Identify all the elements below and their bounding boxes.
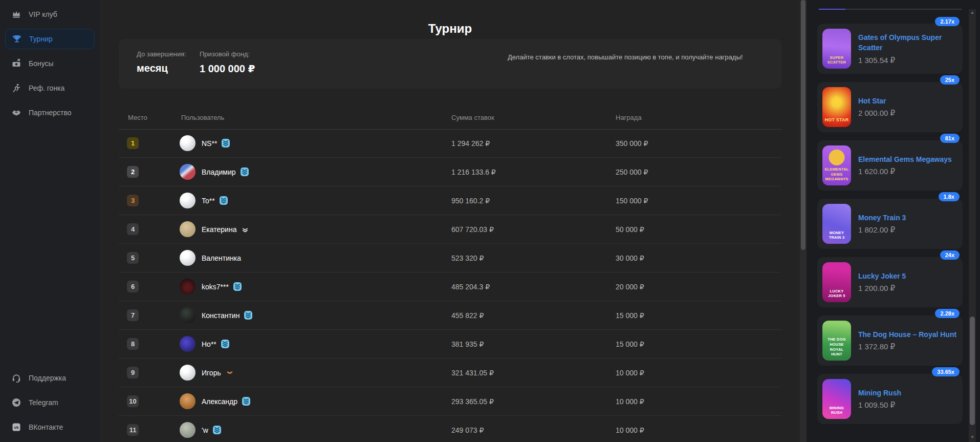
sidebar-item-label: Поддержка — [29, 374, 66, 382]
reward-value: 15 000 ₽ — [616, 311, 644, 320]
multiplier-badge: 25x — [940, 75, 960, 85]
table-row: 5 Валентинка 523 320 ₽ 30 000 ₽ — [119, 244, 781, 272]
avatar — [180, 250, 195, 266]
username: Валентинка — [202, 254, 241, 262]
game-thumbnail-label: Hot Star — [822, 117, 851, 123]
game-name[interactable]: Hot Star — [858, 96, 960, 106]
game-name[interactable]: Money Train 3 — [858, 213, 960, 223]
game-win-card[interactable]: 24x Lucky Joker 5 Lucky Joker 5 1 200.00… — [817, 257, 963, 307]
bets-sum: 607 720.03 ₽ — [451, 225, 494, 234]
game-thumbnail-label: Lucky Joker 5 — [822, 289, 851, 299]
reward-value: 10 000 ₽ — [616, 426, 644, 434]
sidebar-item-vkontakte[interactable]: vk ВКонтакте — [5, 417, 95, 437]
sidebar-item-label: ВКонтакте — [29, 423, 63, 431]
table-row: 9 Игорь 321 431.05 ₽ 10 000 ₽ — [119, 359, 781, 387]
main-scrollbar[interactable] — [800, 0, 807, 442]
table-row: 11 'w 249 073 ₽ 10 000 ₽ — [119, 416, 781, 442]
avatar — [180, 221, 195, 237]
place-badge: 9 — [127, 367, 139, 378]
sidebar-item-support[interactable]: Поддержка — [5, 368, 95, 388]
tournament-description: Делайте ставки в слотах, повышайте позиц… — [508, 52, 753, 63]
win-amount: 1 620.00 ₽ — [858, 167, 960, 177]
wins-list: 2.17x Super Scatter Gates of Olympus Sup… — [817, 24, 963, 432]
game-thumbnail[interactable]: Mining Rush — [822, 379, 851, 419]
rank-badge-icon — [240, 167, 249, 177]
place-badge: 4 — [127, 223, 139, 235]
vk-icon: vk — [11, 422, 21, 432]
username: Игорь — [202, 369, 221, 377]
main-scrollbar-thumb[interactable] — [801, 0, 805, 250]
game-name[interactable]: Lucky Joker 5 — [858, 271, 960, 281]
rank-badge-icon — [221, 339, 230, 349]
game-thumbnail[interactable]: Elemental Gems Megaways — [822, 145, 851, 185]
sidebar-item-ref-race[interactable]: Реф. гонка — [5, 78, 95, 98]
avatar — [180, 422, 195, 438]
scroll-up-icon[interactable]: ▲ — [969, 9, 976, 16]
column-header-reward: Награда — [616, 114, 642, 121]
username: Екатерина — [202, 225, 236, 234]
sidebar-item-vip-club[interactable]: VIP клуб — [5, 4, 95, 25]
username: 'w — [202, 426, 208, 434]
game-win-card[interactable]: 25x Hot Star Hot Star 2 000.00 ₽ — [817, 82, 963, 132]
scroll-down-icon[interactable]: ▼ — [969, 434, 976, 441]
rank-badge-icon — [225, 368, 234, 377]
bets-sum: 485 204.3 ₽ — [451, 283, 490, 291]
game-win-card[interactable]: 33.65x Mining Rush Mining Rush 1 009.50 … — [817, 374, 963, 424]
reward-value: 20 000 ₽ — [616, 283, 644, 291]
win-amount: 1 305.54 ₽ — [858, 56, 960, 65]
trophy-icon — [12, 34, 22, 44]
tournament-banner: До завершения: месяц Призовой фонд: 1 00… — [119, 39, 781, 89]
game-name[interactable]: Elemental Gems Megaways — [858, 154, 960, 164]
game-thumbnail-label: Mining Rush — [822, 406, 851, 416]
avatar — [180, 365, 195, 381]
game-name[interactable]: Mining Rush — [858, 388, 960, 398]
avatar — [180, 135, 195, 151]
username: Но** — [202, 340, 216, 348]
bets-sum: 249 073 ₽ — [451, 426, 484, 434]
rank-badge-icon — [219, 196, 228, 205]
game-win-card[interactable]: 2.28x The Dog House Royal Hunt The Dog H… — [817, 315, 963, 366]
username: koks7*** — [202, 283, 229, 291]
game-thumbnail[interactable]: Super Scatter — [822, 29, 851, 69]
bets-sum: 293 365.05 ₽ — [451, 397, 494, 406]
win-amount: 1 200.00 ₽ — [858, 284, 960, 293]
table-row: 10 Александр 293 365.05 ₽ 10 000 ₽ — [119, 387, 781, 416]
tournament-page: VIP клуб Турнир Бонусы — [0, 0, 980, 442]
table-row: 4 Екатерина 607 720.03 ₽ 50 000 ₽ — [119, 215, 781, 244]
sidebar-item-label: VIP клуб — [29, 10, 57, 18]
game-win-card[interactable]: 2.17x Super Scatter Gates of Olympus Sup… — [817, 24, 963, 74]
handshake-icon — [11, 108, 21, 118]
sidebar-item-label: Telegram — [29, 398, 58, 407]
right-scrollbar[interactable]: ▲ ▼ — [969, 9, 976, 442]
game-thumbnail[interactable]: Money Train 3 — [822, 204, 851, 244]
reward-value: 15 000 ₽ — [616, 340, 644, 348]
multiplier-badge: 2.28x — [935, 309, 960, 318]
sidebar-item-bonuses[interactable]: Бонусы — [5, 53, 95, 74]
game-name[interactable]: The Dog House – Royal Hunt — [858, 329, 960, 340]
right-scrollbar-thumb[interactable] — [970, 317, 975, 425]
sidebar-item-label: Реф. гонка — [29, 84, 64, 92]
rank-badge-icon — [233, 282, 242, 291]
multiplier-badge: 24x — [940, 250, 960, 260]
page-title: Турнир — [119, 22, 781, 36]
bonus-icon — [11, 58, 21, 69]
rank-badge-icon — [241, 224, 250, 234]
game-thumbnail[interactable]: The Dog House Royal Hunt — [822, 321, 851, 361]
avatar — [180, 279, 195, 294]
prize-fund-stat: Призовой фонд: 1 000 000 ₽ — [200, 50, 255, 75]
sidebar-item-telegram[interactable]: Telegram — [5, 392, 95, 413]
game-thumbnail[interactable]: Lucky Joker 5 — [822, 262, 851, 302]
game-name[interactable]: Gates of Olympus Super Scatter — [858, 32, 960, 53]
win-amount: 2 000.00 ₽ — [858, 109, 960, 118]
game-thumbnail[interactable]: Hot Star — [822, 87, 851, 127]
table-row: 1 NS** 1 294 262 ₽ 350 000 ₽ — [119, 129, 781, 158]
wins-panel: 2.17x Super Scatter Gates of Olympus Sup… — [807, 0, 980, 442]
avatar — [180, 164, 195, 180]
sidebar-item-partnership[interactable]: Партнерство — [5, 102, 95, 123]
bets-sum: 1 216 133.6 ₽ — [451, 168, 496, 176]
bets-sum: 950 160.2 ₽ — [451, 197, 490, 205]
bets-sum: 321 431.05 ₽ — [451, 369, 494, 377]
game-win-card[interactable]: 81x Elemental Gems Megaways Elemental Ge… — [817, 140, 963, 191]
sidebar-item-tournament[interactable]: Турнир — [5, 29, 95, 49]
game-win-card[interactable]: 1.8x Money Train 3 Money Train 3 1 802.0… — [817, 199, 963, 249]
